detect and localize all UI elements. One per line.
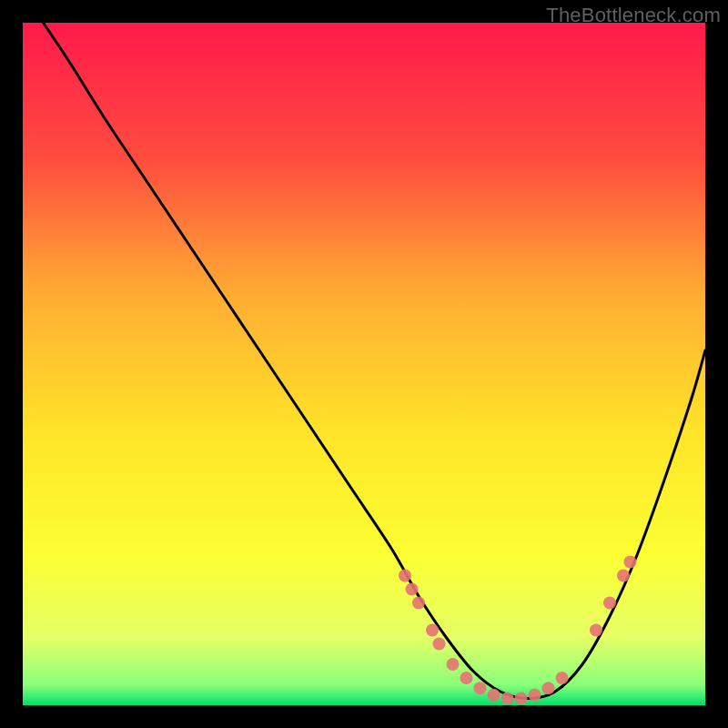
data-marker bbox=[617, 570, 630, 582]
chart-frame bbox=[23, 23, 705, 705]
data-marker bbox=[433, 638, 446, 651]
data-marker bbox=[624, 556, 637, 569]
bottleneck-chart bbox=[23, 23, 705, 705]
data-marker bbox=[542, 682, 555, 694]
data-marker bbox=[426, 624, 439, 637]
data-marker bbox=[412, 597, 425, 610]
data-marker bbox=[406, 583, 419, 596]
data-marker bbox=[529, 689, 541, 702]
data-marker bbox=[474, 682, 487, 694]
gradient-background bbox=[23, 23, 705, 705]
data-marker bbox=[447, 658, 460, 671]
data-marker bbox=[603, 597, 616, 610]
data-marker bbox=[488, 689, 500, 702]
data-marker bbox=[399, 570, 411, 582]
data-marker bbox=[501, 693, 514, 705]
data-marker bbox=[515, 693, 528, 705]
data-marker bbox=[460, 672, 473, 684]
data-marker bbox=[590, 624, 602, 637]
data-marker bbox=[556, 672, 569, 684]
watermark-text: TheBottleneck.com bbox=[546, 4, 721, 27]
